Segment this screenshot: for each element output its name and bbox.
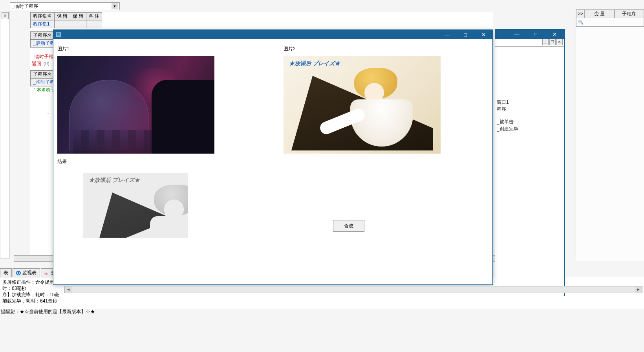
glasses-icon xyxy=(44,271,49,275)
minimize-button[interactable]: — xyxy=(442,32,452,38)
minimize-button[interactable]: — xyxy=(511,31,523,37)
combo-value: _临时子程序 xyxy=(12,3,38,10)
close-button[interactable]: ✕ xyxy=(549,31,560,37)
tab-variables[interactable]: 变 量 xyxy=(585,9,615,18)
scroll-right-icon[interactable]: ► xyxy=(635,286,642,293)
image2-logo: ★放课后 プレイズ★ xyxy=(289,60,340,67)
panel-expand-icon[interactable]: >> xyxy=(576,9,585,18)
secondary-window: — □ ✕ _ ❐ ✕ 窗口1 程序 _被单击 _创建完毕 xyxy=(495,29,565,296)
app-icon xyxy=(56,32,61,37)
scroll-left-icon[interactable]: ◄ xyxy=(65,286,72,293)
status-bar: 提醒您：★☆当前使用的是【最新版本】☆★ xyxy=(0,308,95,315)
secondary-titlebar[interactable]: — □ ✕ xyxy=(495,29,564,39)
left-sidebar: ✕ xyxy=(0,11,10,258)
search-icon: 🔍 xyxy=(578,20,584,25)
subheader-min-icon[interactable]: _ xyxy=(542,39,549,45)
sidebar-close-icon[interactable]: ✕ xyxy=(2,12,9,19)
assembly-table: 程序集名保 留保 留备 注 程序集1 xyxy=(30,12,102,28)
image2[interactable]: ★放课后 プレイズ★ xyxy=(284,56,441,154)
subheader-restore-icon[interactable]: ❐ xyxy=(549,39,556,45)
code-line: _临时子程 xyxy=(31,53,53,60)
compose-button[interactable]: 合成 xyxy=(333,220,364,232)
title-bar[interactable]: — □ ✕ xyxy=(53,30,492,39)
image2-label: 图片2 xyxy=(284,46,441,52)
close-button[interactable]: ✕ xyxy=(478,32,488,38)
panel-search[interactable]: 🔍 xyxy=(576,18,644,27)
subheader-close-icon[interactable]: ✕ xyxy=(556,39,563,45)
tab-watch[interactable]: Q监视表 xyxy=(13,268,40,277)
project-tree[interactable]: 窗口1 程序 _被单击 _创建完毕 xyxy=(495,47,564,134)
tab-subroutines[interactable]: 子程序 xyxy=(615,9,644,18)
image1[interactable] xyxy=(57,56,214,154)
result-image[interactable]: ★放课后 プレイズ★ xyxy=(83,173,188,238)
maximize-button[interactable]: □ xyxy=(460,32,470,38)
subroutine-combo[interactable]: _临时子程序 ▼ xyxy=(10,2,120,10)
maximize-button[interactable]: □ xyxy=(530,31,542,37)
lower-hscrollbar[interactable]: ◄ ► xyxy=(64,286,642,293)
tab-sheet[interactable]: 表 xyxy=(0,268,12,277)
search-icon: Q xyxy=(16,271,21,275)
right-panel: >> 变 量 子程序 🔍 xyxy=(576,9,644,261)
image1-label: 图片1 xyxy=(57,46,214,52)
chevron-down-icon: ▼ xyxy=(112,3,118,9)
app-window: — □ ✕ 图片1 结果 ★放课后 プレイズ★ 图片2 ★ xyxy=(53,29,493,285)
result-label: 结果 xyxy=(57,158,214,165)
